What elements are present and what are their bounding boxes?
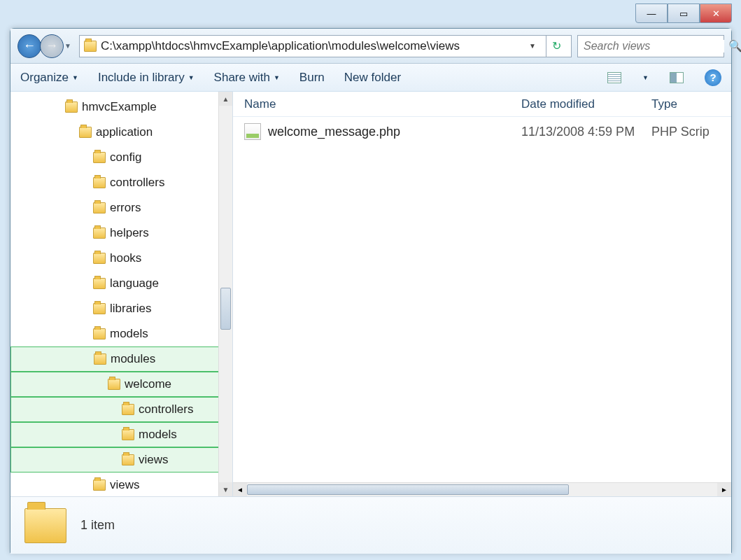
tree-item[interactable]: modules — [10, 346, 232, 372]
status-bar: 1 item — [10, 496, 731, 554]
tree-label: libraries — [110, 302, 152, 316]
tree-item[interactable]: hooks — [10, 246, 232, 271]
minimize-button[interactable]: — — [635, 4, 668, 23]
scroll-down-icon[interactable]: ▼ — [219, 482, 232, 496]
folder-icon — [94, 354, 106, 365]
folder-icon — [93, 303, 106, 314]
tree-item[interactable]: controllers — [10, 397, 232, 422]
close-button[interactable]: ✕ — [700, 4, 732, 23]
folder-icon — [93, 479, 106, 491]
tree-item[interactable]: application — [10, 120, 232, 145]
burn-button[interactable]: Burn — [299, 71, 325, 85]
tree-label: models — [139, 428, 177, 442]
refresh-button[interactable]: ↻ — [546, 36, 567, 57]
file-list: welcome_message.php11/13/2008 4:59 PMPHP… — [233, 117, 731, 146]
folder-icon — [93, 202, 106, 214]
nav-history-dropdown[interactable]: ▼ — [62, 34, 73, 58]
folder-icon — [65, 102, 78, 113]
tree-item[interactable]: views — [10, 447, 232, 472]
new-folder-button[interactable]: New folder — [344, 71, 401, 85]
folder-icon — [79, 127, 92, 138]
column-date[interactable]: Date modified — [521, 97, 651, 111]
tree-label: modules — [111, 352, 155, 366]
column-name[interactable]: Name — [244, 97, 521, 111]
folder-icon — [93, 152, 106, 163]
scroll-up-icon[interactable]: ▲ — [219, 92, 232, 106]
column-headers[interactable]: Name Date modified Type — [233, 92, 731, 117]
share-with-button[interactable]: Share with▼ — [214, 71, 280, 85]
organize-button[interactable]: Organize▼ — [20, 71, 78, 85]
tree-item[interactable]: controllers — [10, 170, 232, 195]
status-text: 1 item — [80, 518, 115, 533]
window-controls: — ▭ ✕ — [635, 4, 732, 23]
tree-item[interactable]: models — [10, 321, 232, 346]
tree-label: controllers — [139, 402, 193, 416]
explorer-window: — ▭ ✕ ← → ▼ C:\xampp\htdocs\hmvcExample\… — [10, 28, 732, 553]
tree-item[interactable]: views — [10, 472, 232, 496]
address-text: C:\xampp\htdocs\hmvcExample\application\… — [101, 39, 525, 53]
search-icon: 🔍 — [728, 39, 741, 52]
nav-bar: ← → ▼ C:\xampp\htdocs\hmvcExample\applic… — [10, 29, 731, 64]
forward-button[interactable]: → — [40, 34, 64, 58]
tree-label: controllers — [110, 176, 164, 190]
tree-item[interactable]: welcome — [10, 372, 232, 397]
file-list-pane: Name Date modified Type welcome_message.… — [233, 92, 731, 496]
tree-item[interactable]: language — [10, 271, 232, 296]
tree-label: hmvcExample — [82, 100, 157, 114]
address-bar[interactable]: C:\xampp\htdocs\hmvcExample\application\… — [79, 35, 572, 57]
file-type: PHP Scrip — [651, 125, 710, 139]
address-dropdown[interactable]: ▼ — [529, 42, 540, 50]
hscroll-thumb[interactable] — [247, 484, 569, 495]
help-button[interactable]: ? — [705, 69, 721, 86]
folder-tree-pane: hmvcExampleapplicationconfigcontrollerse… — [10, 92, 233, 496]
tree-item[interactable]: helpers — [10, 220, 232, 246]
tree-scrollbar[interactable]: ▲ ▼ — [218, 92, 232, 496]
tree-label: views — [139, 453, 169, 467]
nav-arrows: ← → ▼ — [17, 34, 73, 58]
view-dropdown[interactable]: ▼ — [642, 74, 649, 81]
preview-pane-button[interactable] — [668, 69, 685, 86]
tree-label: welcome — [125, 377, 171, 391]
scroll-thumb[interactable] — [220, 288, 231, 330]
folder-icon — [93, 253, 106, 264]
tree-label: hooks — [110, 251, 141, 265]
tree-label: views — [110, 478, 140, 492]
file-date: 11/13/2008 4:59 PM — [521, 125, 651, 139]
tree-label: models — [110, 327, 148, 341]
folder-icon — [122, 404, 134, 415]
folder-icon — [93, 328, 106, 340]
folder-icon — [24, 508, 66, 543]
column-type[interactable]: Type — [651, 97, 731, 111]
body-area: hmvcExampleapplicationconfigcontrollerse… — [10, 92, 731, 496]
include-in-library-button[interactable]: Include in library▼ — [98, 71, 195, 85]
folder-icon — [93, 227, 106, 239]
tree-item[interactable]: libraries — [10, 296, 232, 321]
tree-item[interactable]: models — [10, 422, 232, 447]
horizontal-scrollbar[interactable]: ◄ ► — [233, 482, 731, 496]
folder-tree: hmvcExampleapplicationconfigcontrollerse… — [10, 92, 232, 496]
folder-icon — [84, 41, 97, 52]
scroll-left-icon[interactable]: ◄ — [233, 483, 247, 496]
folder-icon — [93, 278, 106, 289]
tree-label: errors — [110, 201, 141, 215]
folder-icon — [93, 177, 106, 188]
scroll-right-icon[interactable]: ► — [717, 483, 731, 496]
folder-icon — [122, 429, 134, 440]
tree-label: helpers — [110, 226, 149, 240]
search-box[interactable]: 🔍 — [577, 35, 724, 57]
file-row[interactable]: welcome_message.php11/13/2008 4:59 PMPHP… — [233, 117, 731, 146]
folder-icon — [122, 454, 134, 465]
tree-item[interactable]: errors — [10, 195, 232, 220]
toolbar: Organize▼ Include in library▼ Share with… — [10, 64, 731, 92]
file-name: welcome_message.php — [268, 125, 521, 139]
file-icon — [244, 123, 261, 140]
search-input[interactable] — [584, 40, 724, 52]
folder-icon — [108, 379, 120, 390]
tree-label: config — [110, 150, 141, 164]
back-button[interactable]: ← — [17, 34, 41, 58]
maximize-button[interactable]: ▭ — [668, 4, 700, 23]
tree-item[interactable]: hmvcExample — [10, 94, 232, 120]
tree-item[interactable]: config — [10, 145, 232, 170]
view-options-button[interactable] — [606, 69, 623, 86]
tree-label: application — [96, 125, 153, 139]
